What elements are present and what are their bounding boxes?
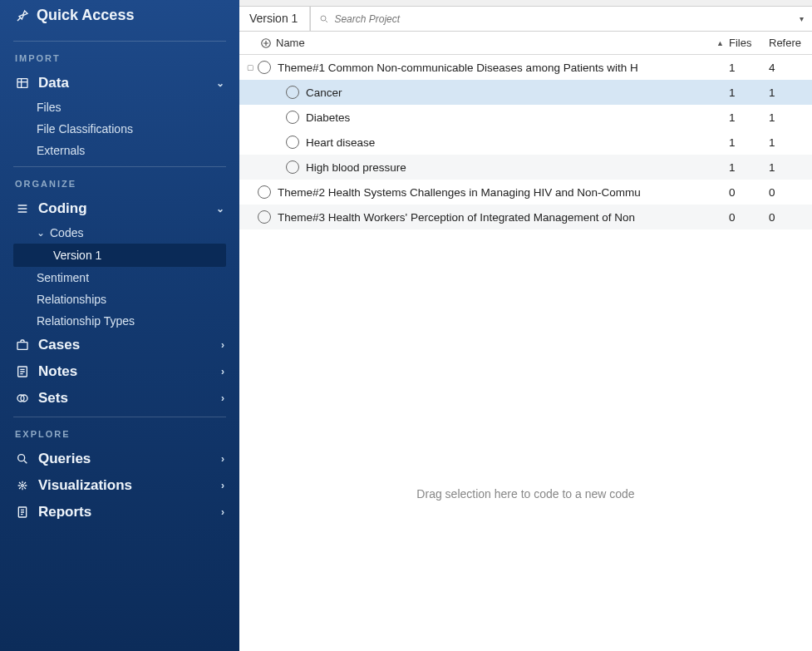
nav-queries-label: Queries [38, 451, 91, 467]
section-explore: EXPLORE [0, 422, 239, 446]
sets-icon [15, 391, 30, 406]
nav-files[interactable]: Files [0, 96, 239, 118]
column-header: Name ▲ Files Refere [239, 32, 812, 55]
col-refs[interactable]: Refere [769, 37, 812, 49]
nav-notes-label: Notes [38, 363, 77, 380]
expand-all-button[interactable] [256, 37, 276, 49]
node-icon [286, 111, 299, 124]
svg-point-6 [22, 485, 24, 487]
node-icon [258, 61, 271, 74]
tree-row-theme1[interactable]: ▢ Theme#1 Common Non-communicable Diseas… [239, 55, 812, 80]
main-panel: Code Classificati Version 1 ▾ Name ▲ Fil… [239, 0, 812, 651]
row-name: Diabetes [306, 111, 729, 124]
nav-version1[interactable]: Version 1 [13, 244, 226, 267]
tree-row-theme3[interactable]: Theme#3 Health Workers' Perception of In… [239, 205, 812, 229]
nav-codes-label: Codes [50, 226, 83, 239]
data-icon [15, 76, 30, 91]
search-input[interactable] [334, 13, 796, 25]
pin-icon [15, 8, 30, 23]
tree-row-diabetes[interactable]: Diabetes 1 1 [239, 105, 812, 130]
nav-queries[interactable]: Queries › [0, 446, 239, 472]
nav-visualizations-label: Visualizations [38, 477, 132, 494]
svg-point-5 [18, 455, 25, 461]
visualizations-icon [15, 478, 30, 493]
row-refs: 0 [769, 211, 812, 224]
top-strip: Code Classificati [239, 0, 812, 7]
nav-sentiment[interactable]: Sentiment [0, 267, 239, 289]
chevron-down-icon: ⌄ [37, 227, 45, 239]
collapse-toggle[interactable]: ▢ [244, 63, 256, 72]
row-files: 1 [729, 136, 769, 149]
row-files: 1 [729, 161, 769, 174]
nav-codes[interactable]: ⌄ Codes [0, 222, 239, 244]
tree-row-cancer[interactable]: Cancer 1 1 [239, 80, 812, 105]
row-refs: 1 [769, 86, 812, 99]
row-files: 0 [729, 186, 769, 199]
chevron-right-icon: › [221, 453, 224, 465]
drop-hint: Drag selection here to code to a new cod… [239, 487, 812, 501]
reports-icon [15, 505, 30, 520]
svg-point-8 [321, 16, 326, 21]
tab-bar: Version 1 ▾ [239, 7, 812, 32]
sidebar: Quick Access IMPORT Data ⌄ Files File Cl… [0, 0, 239, 651]
chevron-right-icon: › [221, 506, 224, 518]
nav-relationships[interactable]: Relationships [0, 289, 239, 310]
row-refs: 1 [769, 136, 812, 149]
nav-reports[interactable]: Reports › [0, 499, 239, 525]
row-name: Cancer [306, 86, 729, 99]
search-project[interactable]: ▾ [310, 7, 812, 31]
coding-icon [15, 201, 30, 216]
nav-reports-label: Reports [38, 504, 91, 520]
nav-sets[interactable]: Sets › [0, 385, 239, 412]
nav-data[interactable]: Data ⌄ [0, 70, 239, 96]
row-refs: 1 [769, 161, 812, 174]
col-name[interactable]: Name ▲ [276, 37, 729, 49]
node-icon [258, 210, 271, 224]
section-import: IMPORT [0, 47, 239, 70]
quick-access-header[interactable]: Quick Access [0, 7, 239, 36]
tree-row-theme2[interactable]: Theme#2 Health Systems Challenges in Man… [239, 180, 812, 205]
row-files: 1 [729, 111, 769, 124]
dropdown-chevron-icon[interactable]: ▾ [796, 14, 807, 23]
nav-data-label: Data [38, 75, 69, 91]
tree-row-heart-disease[interactable]: Heart disease 1 1 [239, 130, 812, 155]
row-name: Theme#2 Health Systems Challenges in Man… [278, 186, 729, 199]
nav-file-classifications[interactable]: File Classifications [0, 118, 239, 140]
node-icon [286, 160, 299, 174]
nav-notes[interactable]: Notes › [0, 358, 239, 385]
divider [13, 417, 226, 417]
row-files: 1 [729, 62, 769, 74]
chevron-right-icon: › [221, 366, 224, 377]
plus-circle-icon [260, 37, 272, 49]
tree-row-high-blood-pressure[interactable]: High blood pressure 1 1 [239, 155, 812, 180]
row-refs: 0 [769, 186, 812, 199]
divider [13, 41, 226, 42]
row-name: Heart disease [306, 136, 729, 149]
nav-sets-label: Sets [38, 390, 68, 407]
chevron-down-icon: ⌄ [216, 203, 224, 215]
row-files: 0 [729, 211, 769, 224]
code-tree: ▢ Theme#1 Common Non-communicable Diseas… [239, 55, 812, 651]
nav-coding-label: Coding [38, 200, 87, 217]
tab-version1[interactable]: Version 1 [239, 7, 310, 31]
nav-coding[interactable]: Coding ⌄ [0, 195, 239, 222]
search-icon [15, 451, 30, 466]
row-files: 1 [729, 86, 769, 99]
chevron-right-icon: › [221, 392, 224, 404]
divider [13, 166, 226, 167]
section-organize: ORGANIZE [0, 172, 239, 195]
nav-visualizations[interactable]: Visualizations › [0, 472, 239, 499]
chevron-right-icon: › [221, 339, 224, 351]
row-name: Theme#3 Health Workers' Perception of In… [278, 211, 729, 224]
node-icon [258, 185, 271, 199]
nav-cases[interactable]: Cases › [0, 332, 239, 358]
search-icon [319, 14, 329, 24]
node-icon [286, 136, 299, 149]
nav-externals[interactable]: Externals [0, 140, 239, 161]
row-name: Theme#1 Common Non-communicable Diseases… [278, 62, 729, 74]
nav-relationship-types[interactable]: Relationship Types [0, 310, 239, 332]
col-files[interactable]: Files [729, 37, 769, 49]
notes-icon [15, 364, 30, 379]
chevron-down-icon: ⌄ [216, 77, 224, 89]
row-name: High blood pressure [306, 161, 729, 174]
